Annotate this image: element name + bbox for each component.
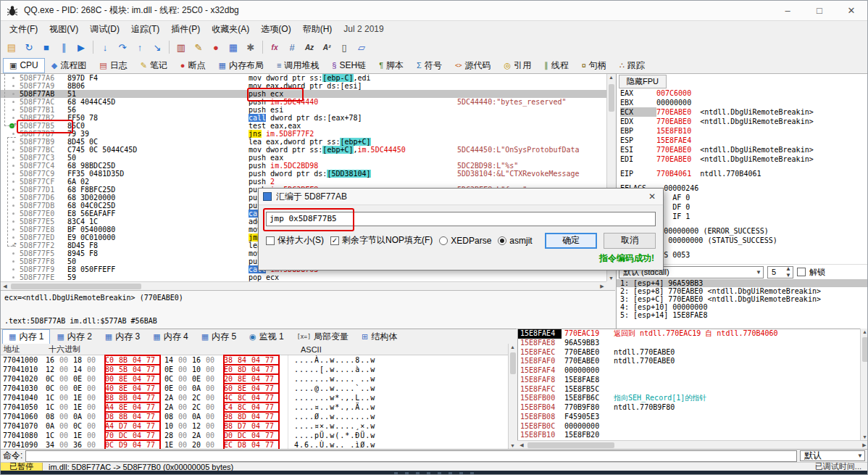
stack-panel[interactable]: 15E8FAE4770EAC19返回到 ntdll.770EAC19 自 ntd… bbox=[517, 329, 860, 440]
stack-hscrollbar[interactable]: ◀ ▶ bbox=[517, 440, 868, 449]
disasm-row[interactable]: 5D8F77B585C0test eax,eax bbox=[1, 122, 606, 130]
tab-cpu[interactable]: ▣CPU bbox=[3, 58, 45, 73]
stack-row[interactable]: 15E8FAEC770EABE0ntdll.770EABE0 bbox=[518, 348, 860, 358]
register-ebx[interactable]: EBX00000000 bbox=[617, 98, 868, 107]
cancel-button[interactable]: 取消 bbox=[604, 233, 656, 249]
disasm-row[interactable]: 5D8F77AB51push ecx bbox=[1, 90, 606, 98]
menu-debug[interactable]: 调试(D) bbox=[84, 22, 125, 37]
run-to-cursor-icon[interactable]: ↘ bbox=[149, 39, 165, 55]
hash-icon[interactable]: # bbox=[284, 39, 300, 55]
stack-row[interactable]: 15E8FAFC15E8FB5C bbox=[518, 385, 860, 395]
ok-button[interactable]: 确定 bbox=[545, 233, 597, 249]
step-out-icon[interactable]: ↑ bbox=[132, 39, 148, 55]
close-button[interactable]: ✕ bbox=[835, 1, 867, 20]
tab-dump-3[interactable]: ▦内存 3 bbox=[99, 329, 146, 344]
tab-threads[interactable]: ∥线程 bbox=[538, 58, 575, 73]
dump-row[interactable]: 7704100016001800C08B04771400160038840477… bbox=[1, 355, 508, 365]
a2-icon[interactable]: A² bbox=[319, 39, 335, 55]
tab-trace[interactable]: ∴跟踪 bbox=[613, 58, 651, 73]
disasm-row[interactable]: 5D8F77C9FF35 0481D35Dpush dword ptr ds:[… bbox=[1, 170, 606, 178]
dialog-close-icon[interactable]: ✕ bbox=[646, 191, 659, 202]
menu-favourites[interactable]: 收藏夹(A) bbox=[206, 22, 255, 37]
stack-row[interactable]: 15E8FB1015E8FB20 bbox=[518, 431, 860, 440]
disasm-row[interactable]: 5D8F77C350push eax bbox=[1, 154, 606, 162]
argument-row[interactable]: 5: [esp+14] 15E8FAE8 bbox=[617, 311, 868, 319]
open-file-icon[interactable]: ▤ bbox=[4, 39, 20, 55]
register-eip[interactable]: EIP770B4061ntdll.770B4061 bbox=[617, 169, 868, 178]
keep-size-checkbox[interactable] bbox=[266, 236, 275, 245]
log-icon[interactable]: ▥ bbox=[173, 39, 189, 55]
argument-row[interactable]: 1: [esp+4] 96A59BB3 bbox=[617, 279, 868, 287]
stack-row[interactable]: 15E8FAF815E8FAE8 bbox=[518, 376, 860, 385]
disasm-row[interactable]: 5D8F77AC68 4044C45Dpush im.5DC444405DC44… bbox=[1, 98, 606, 106]
disasm-row[interactable]: 5D8F77C468 98BDC25Dpush im.5DC2BD985DC2B… bbox=[1, 162, 606, 170]
tab-dump-1[interactable]: ▦内存 1 bbox=[2, 329, 50, 344]
register-esi[interactable]: ESI770EABE0<ntdll.DbgUiRemoteBreakin> bbox=[617, 145, 868, 154]
command-input[interactable] bbox=[25, 450, 797, 462]
menu-help[interactable]: 帮助(H) bbox=[297, 22, 338, 37]
asmjit-option[interactable]: asmjit bbox=[498, 236, 532, 246]
tab-watch-1[interactable]: ◉监视 1 bbox=[243, 329, 291, 344]
step-into-icon[interactable]: ↓ bbox=[97, 39, 113, 55]
nop-fill-checkbox[interactable]: ✓ bbox=[330, 236, 339, 245]
register-ecx[interactable]: ECX770EABE0<ntdll.DbgUiRemoteBreakin> bbox=[617, 107, 868, 117]
notes-icon[interactable]: ✎ bbox=[191, 39, 206, 55]
menu-plugins[interactable]: 插件(P) bbox=[165, 22, 206, 37]
stack-vscrollbar[interactable]: ▲ ▼ bbox=[860, 329, 868, 440]
tab-struct[interactable]: ⊞结构体 bbox=[355, 329, 404, 344]
tab-handles[interactable]: ¤句柄 bbox=[575, 58, 613, 73]
tab-dump-4[interactable]: ▦内存 4 bbox=[146, 329, 194, 344]
tab-seh[interactable]: §SEH链 bbox=[325, 58, 372, 73]
tab-log[interactable]: ▤日志 bbox=[93, 58, 133, 73]
tab-script[interactable]: ¶脚本 bbox=[372, 58, 410, 73]
disasm-row[interactable]: 5D8F77B779 39jns im.5D8F77F2 bbox=[1, 130, 606, 138]
memory-map-icon[interactable]: ▦ bbox=[225, 39, 241, 55]
disasm-row[interactable]: 5D8F77FE59pop ecx bbox=[1, 273, 606, 281]
keep-size-option[interactable]: 保持大小(S) bbox=[266, 234, 324, 247]
menu-options[interactable]: 选项(O) bbox=[255, 22, 296, 37]
dump-row[interactable]: 77041090340036000CD904771E002000ECD80477… bbox=[1, 440, 508, 449]
dump-row[interactable]: 770410801C001E0070DC047728002A00D0DC0477… bbox=[1, 431, 508, 440]
disasm-row[interactable]: 5D8F77B98D45 0Clea eax,dword ptr ss:[ebp… bbox=[1, 138, 606, 146]
xedparse-option[interactable]: XEDParse bbox=[439, 236, 491, 246]
pause-icon[interactable]: ∥ bbox=[56, 39, 72, 55]
strings-az-icon[interactable]: Az bbox=[301, 39, 317, 55]
dump-row[interactable]: 770410700A000C00A4D7047710001200B8D70477… bbox=[1, 421, 508, 431]
stack-row[interactable]: 15E8FB08F45905E3 bbox=[518, 413, 860, 422]
hide-fpu-button[interactable]: 隐藏FPU bbox=[619, 75, 667, 88]
restart-icon[interactable]: ↻ bbox=[21, 39, 37, 55]
tab-symbols[interactable]: Σ符号 bbox=[410, 58, 448, 73]
tab-references[interactable]: ◎引用 bbox=[498, 58, 538, 73]
disasm-row[interactable]: 5D8F77CF6A 02push 2 bbox=[1, 178, 606, 186]
register-edi[interactable]: EDI770EABE0<ntdll.DbgUiRemoteBreakin> bbox=[617, 154, 868, 164]
stack-row[interactable]: 15E8FAF400000000 bbox=[518, 366, 860, 376]
argument-row[interactable]: 2: [esp+8] 770EABE0 <ntdll.DbgUiRemoteBr… bbox=[617, 287, 868, 295]
dump-row[interactable]: 770410200C000E00008E04770C000E00208E0477… bbox=[1, 374, 508, 384]
tab-dump-5[interactable]: ▦内存 5 bbox=[195, 329, 243, 344]
disasm-row[interactable]: 5D8F77BCC745 0C 5044C45Dmov dword ptr ss… bbox=[1, 146, 606, 154]
tab-notes[interactable]: ✎笔记 bbox=[134, 58, 174, 73]
argument-row[interactable]: 3: [esp+C] 770EABE0 <ntdll.DbgUiRemoteBr… bbox=[617, 295, 868, 303]
command-profile-select[interactable]: 默认 ▼ bbox=[800, 450, 865, 461]
asmjit-radio[interactable] bbox=[498, 236, 506, 245]
maximize-button[interactable]: □ bbox=[804, 1, 835, 20]
dump-row[interactable]: 770410501C001E00A48E04772A002C00C48C0477… bbox=[1, 402, 508, 412]
argument-row[interactable]: 4: [esp+10] 00000000 bbox=[617, 303, 868, 311]
dump-row[interactable]: 770410300C000E00408E04770E000A00608E0477… bbox=[1, 384, 508, 393]
xedparse-radio[interactable] bbox=[439, 236, 448, 245]
stack-row[interactable]: 15E8FB0015E8FB6C指向SEH_Record[1]的指针 bbox=[518, 394, 860, 403]
tab-source[interactable]: <>源代码 bbox=[448, 58, 498, 73]
fx-icon[interactable]: fx bbox=[267, 39, 283, 55]
menu-view[interactable]: 视图(V) bbox=[43, 22, 84, 37]
dump-row[interactable]: 7704106008000A00D88B047708000A00988D0477… bbox=[1, 412, 508, 421]
disasm-row[interactable]: 5D8F77B2FF50 78call dword ptr ds:[eax+78… bbox=[1, 114, 606, 122]
menu-trace[interactable]: 追踪(T) bbox=[125, 22, 165, 37]
memory-dump-panel[interactable]: 地址 十六进制 ASCII 7704100016001800C08B047714… bbox=[1, 344, 508, 449]
register-ebp[interactable]: EBP15E8FB10 bbox=[617, 126, 868, 136]
dialog-title-bar[interactable]: 汇编于 5D8F77AB ✕ bbox=[259, 189, 663, 205]
tab-call-stack[interactable]: ≡调用堆栈 bbox=[270, 58, 325, 73]
minimize-button[interactable]: – bbox=[772, 1, 804, 20]
menu-file[interactable]: 文件(F) bbox=[4, 22, 43, 37]
dump-row[interactable]: 770410401C001E00888B04772A002C004C8C0477… bbox=[1, 393, 508, 402]
tab-memory-map[interactable]: ▦内存布局 bbox=[212, 58, 270, 73]
